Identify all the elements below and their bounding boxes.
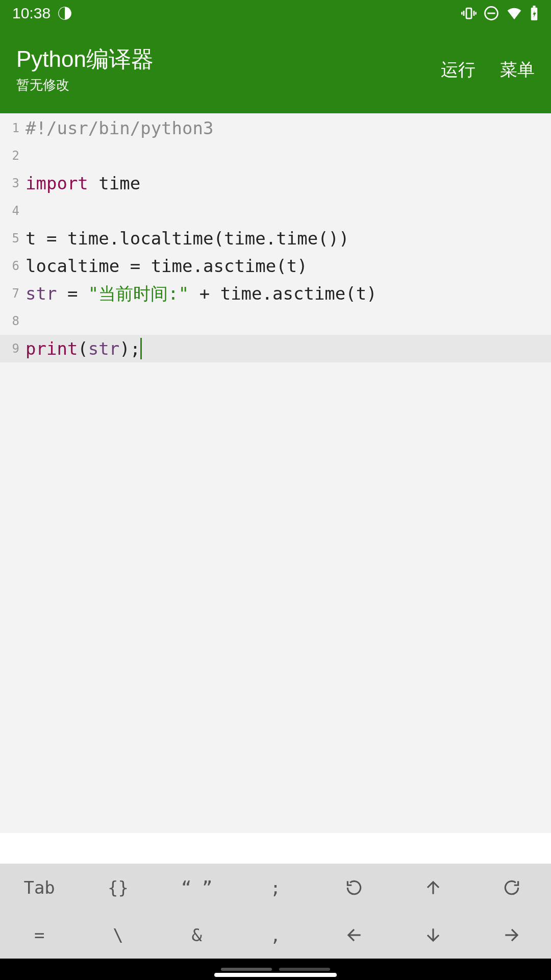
app-notification-icon	[58, 6, 72, 20]
key-undo[interactable]	[315, 864, 393, 911]
code-editor[interactable]: 1 2 3 4 5 6 7 8 9 #!/usr/bin/python3 imp…	[0, 113, 551, 833]
symbol-keyboard: Tab {} “ ” ; = \ & ,	[0, 864, 551, 959]
gutter: 1 2 3 4 5 6 7 8 9	[0, 113, 22, 362]
key-braces[interactable]: {}	[79, 864, 157, 911]
dnd-icon	[484, 6, 499, 21]
code-token: str	[26, 280, 57, 307]
line-number: 4	[0, 197, 22, 225]
svg-rect-9	[533, 6, 536, 8]
battery-icon	[530, 6, 539, 21]
vibrate-icon	[461, 6, 477, 21]
home-handle[interactable]	[214, 973, 337, 977]
key-arrow-left[interactable]	[315, 911, 393, 959]
key-arrow-up[interactable]	[393, 864, 472, 911]
svg-rect-1	[466, 8, 471, 18]
key-quotes[interactable]: “ ”	[158, 864, 236, 911]
code-token: #!/usr/bin/python3	[26, 114, 213, 142]
line-number: 3	[0, 169, 22, 197]
nav-hint-right	[279, 968, 330, 971]
code-token: "当前时间:"	[88, 280, 189, 307]
key-ampersand[interactable]: &	[158, 911, 236, 959]
code-token: );	[119, 335, 140, 362]
code-token: import	[26, 169, 88, 197]
line-number: 9	[0, 335, 22, 362]
app-bar: Python编译器 暂无修改 运行 菜单	[0, 27, 551, 113]
status-time: 10:38	[12, 5, 51, 22]
app-title: Python编译器	[16, 46, 441, 73]
app-subtitle: 暂无修改	[16, 76, 441, 94]
key-semicolon[interactable]: ;	[236, 864, 315, 911]
code-token: t = time.localtime(time.time())	[26, 225, 349, 252]
code-content[interactable]: #!/usr/bin/python3 import time t = time.…	[26, 113, 551, 362]
key-arrow-down[interactable]	[393, 911, 472, 959]
code-token: =	[57, 280, 88, 307]
run-button[interactable]: 运行	[441, 58, 475, 82]
key-arrow-right[interactable]	[472, 911, 551, 959]
nav-hint-left	[221, 968, 272, 971]
status-bar: 10:38	[0, 0, 551, 27]
text-cursor	[140, 338, 142, 359]
key-backslash[interactable]: \	[79, 911, 157, 959]
key-comma[interactable]: ,	[236, 911, 315, 959]
code-token: localtime = time.asctime(t)	[26, 252, 308, 280]
code-token: (	[78, 335, 88, 362]
key-equals[interactable]: =	[0, 911, 79, 959]
key-redo[interactable]	[472, 864, 551, 911]
code-token: time	[88, 169, 140, 197]
line-number: 5	[0, 225, 22, 252]
menu-button[interactable]: 菜单	[500, 58, 535, 82]
code-token: print	[26, 335, 78, 362]
wifi-icon	[506, 5, 522, 21]
line-number: 2	[0, 142, 22, 169]
key-tab[interactable]: Tab	[0, 864, 79, 911]
code-token: str	[88, 335, 119, 362]
line-number: 8	[0, 307, 22, 335]
code-token: + time.asctime(t)	[189, 280, 377, 307]
line-number: 1	[0, 114, 22, 142]
line-number: 6	[0, 252, 22, 280]
line-number: 7	[0, 280, 22, 307]
